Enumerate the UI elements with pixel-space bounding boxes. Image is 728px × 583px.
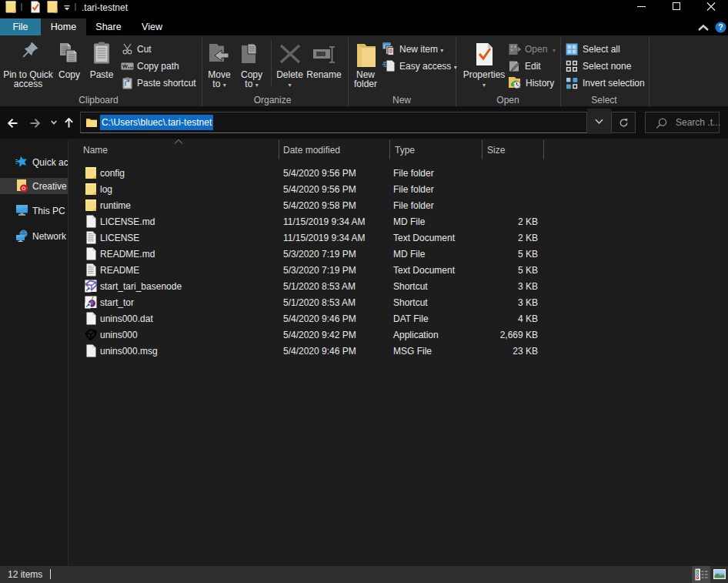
svg-text:?: ? <box>718 22 723 32</box>
